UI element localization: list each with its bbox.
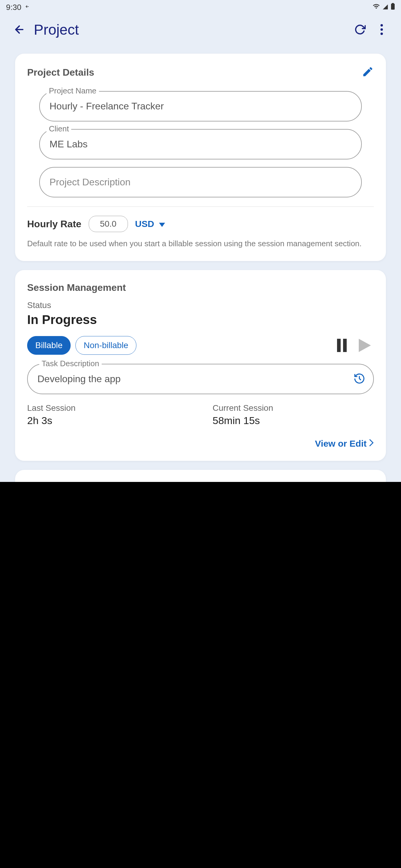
status-label: Status [27, 301, 374, 310]
signal-icon [382, 3, 388, 12]
svg-point-3 [380, 24, 383, 27]
rate-help-text: Default rate to be used when you start a… [27, 238, 374, 249]
last-session-value: 2h 3s [27, 415, 189, 427]
project-details-title: Project Details [27, 67, 94, 78]
client-input[interactable]: ME Labs [39, 129, 362, 159]
svg-rect-1 [392, 3, 394, 4]
task-description-input[interactable]: Developing the app [27, 364, 374, 394]
svg-point-4 [380, 28, 383, 31]
status-time: 9:30 [6, 3, 22, 12]
wifi-icon [373, 3, 380, 12]
client-field: Client ME Labs [39, 129, 362, 159]
view-or-edit-label: View or Edit [315, 438, 367, 449]
dropdown-icon [159, 219, 165, 229]
more-options-button[interactable] [374, 22, 389, 37]
billable-chip[interactable]: Billable [27, 336, 70, 355]
current-session-value: 58min 15s [213, 415, 374, 427]
page-title: Project [34, 22, 345, 38]
non-billable-chip[interactable]: Non-billable [76, 336, 136, 355]
client-label: Client [47, 124, 71, 133]
svg-rect-7 [343, 339, 347, 352]
status-bar: 9:30 [0, 0, 401, 14]
history-button[interactable] [353, 373, 365, 386]
last-session-label: Last Session [27, 403, 189, 413]
task-description-field: Task Description Developing the app [27, 364, 374, 394]
pause-button[interactable] [333, 336, 351, 354]
task-description-label: Task Description [39, 359, 102, 368]
hourly-rate-input[interactable]: 50.0 [89, 216, 128, 232]
project-name-input[interactable]: Hourly - Freelance Tracker [39, 91, 362, 121]
session-management-title: Session Management [27, 282, 374, 293]
svg-rect-6 [337, 339, 341, 352]
currency-value: USD [135, 219, 154, 229]
chevron-right-icon [369, 438, 374, 449]
next-card-peek [15, 470, 386, 482]
back-button[interactable] [12, 22, 27, 37]
session-management-card: Session Management Status In Progress Bi… [15, 270, 386, 461]
currency-selector[interactable]: USD [135, 219, 165, 229]
current-session-label: Current Session [213, 403, 374, 413]
svg-rect-0 [391, 4, 395, 10]
description-field: Project Description [39, 167, 362, 197]
project-name-field: Project Name Hourly - Freelance Tracker [39, 91, 362, 121]
black-filler [0, 482, 401, 868]
view-or-edit-link[interactable]: View or Edit [27, 438, 374, 449]
svg-point-5 [380, 33, 383, 35]
play-button[interactable] [356, 336, 374, 354]
battery-icon [391, 3, 395, 12]
description-input[interactable]: Project Description [39, 167, 362, 197]
divider [27, 207, 374, 207]
edit-button[interactable] [362, 66, 374, 79]
nav-indicator-icon [25, 3, 30, 12]
app-header: Project [0, 14, 401, 44]
project-name-label: Project Name [47, 86, 99, 96]
hourly-rate-label: Hourly Rate [27, 218, 82, 230]
refresh-button[interactable] [353, 22, 367, 37]
project-details-card: Project Details Project Name Hourly - Fr… [15, 54, 386, 261]
status-value: In Progress [27, 313, 374, 327]
